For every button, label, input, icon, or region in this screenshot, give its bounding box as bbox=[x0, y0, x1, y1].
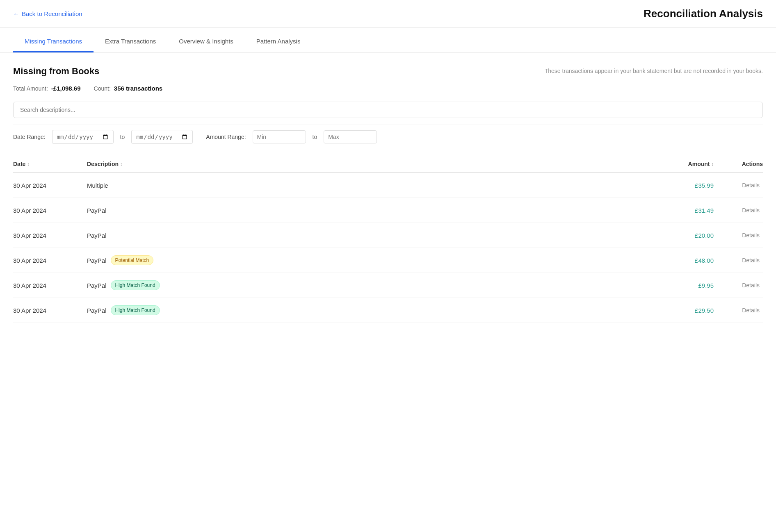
potential-match-badge: Potential Match bbox=[111, 255, 154, 265]
column-header-description[interactable]: Description ↕ bbox=[87, 161, 648, 167]
cell-amount: £48.00 bbox=[648, 257, 714, 264]
date-to-input[interactable] bbox=[131, 130, 193, 144]
cell-amount: £35.99 bbox=[648, 182, 714, 189]
date-range-label: Date Range: bbox=[13, 134, 46, 140]
high-match-badge: High Match Found bbox=[111, 280, 160, 290]
total-amount-label: Total Amount: bbox=[13, 85, 48, 92]
stats-row: Total Amount: -£1,098.69 Count: 356 tran… bbox=[13, 85, 763, 92]
filters-row: Date Range: to Amount Range: to bbox=[13, 125, 763, 149]
count-stat: Count: 356 transactions bbox=[94, 85, 163, 92]
tab-overview-insights[interactable]: Overview & Insights bbox=[167, 31, 245, 52]
amount-max-input[interactable] bbox=[324, 130, 377, 143]
cell-actions: Details bbox=[714, 180, 763, 190]
header: ← Back to Reconciliation Reconciliation … bbox=[0, 0, 776, 28]
cell-amount: £29.50 bbox=[648, 307, 714, 314]
table-row: 30 Apr 2024 PayPal High Match Found £9.9… bbox=[13, 273, 763, 298]
cell-actions: Details bbox=[714, 255, 763, 265]
table-row: 30 Apr 2024 PayPal £20.00 Details bbox=[13, 223, 763, 248]
cell-description: PayPal bbox=[87, 232, 648, 239]
date-sort-icon: ↕ bbox=[27, 161, 30, 166]
cell-actions: Details bbox=[714, 230, 763, 240]
cell-date: 30 Apr 2024 bbox=[13, 257, 87, 264]
cell-actions: Details bbox=[714, 280, 763, 290]
transactions-table: Date ↕ Description ↕ Amount ↕ Actions 30… bbox=[13, 156, 763, 323]
column-header-date[interactable]: Date ↕ bbox=[13, 161, 87, 167]
high-match-badge: High Match Found bbox=[111, 305, 160, 315]
details-button[interactable]: Details bbox=[739, 280, 763, 290]
section-description: These transactions appear in your bank s… bbox=[545, 66, 763, 74]
details-button[interactable]: Details bbox=[739, 305, 763, 315]
cell-actions: Details bbox=[714, 205, 763, 215]
details-button[interactable]: Details bbox=[739, 205, 763, 215]
section-title: Missing from Books bbox=[13, 66, 99, 77]
cell-date: 30 Apr 2024 bbox=[13, 282, 87, 289]
back-link[interactable]: ← Back to Reconciliation bbox=[13, 10, 82, 17]
column-header-actions: Actions bbox=[714, 161, 763, 167]
section-header: Missing from Books These transactions ap… bbox=[13, 66, 763, 77]
cell-description: PayPal bbox=[87, 207, 648, 214]
cell-date: 30 Apr 2024 bbox=[13, 182, 87, 189]
total-amount-value: -£1,098.69 bbox=[51, 85, 81, 92]
column-header-amount[interactable]: Amount ↕ bbox=[648, 161, 714, 167]
table-header: Date ↕ Description ↕ Amount ↕ Actions bbox=[13, 156, 763, 173]
cell-description: Multiple bbox=[87, 182, 648, 189]
cell-actions: Details bbox=[714, 305, 763, 315]
cell-amount: £9.95 bbox=[648, 282, 714, 289]
details-button[interactable]: Details bbox=[739, 230, 763, 240]
back-link-label: Back to Reconciliation bbox=[22, 10, 82, 17]
back-arrow-icon: ← bbox=[13, 10, 19, 17]
date-separator: to bbox=[120, 134, 125, 140]
amount-min-input[interactable] bbox=[253, 130, 306, 143]
search-container bbox=[13, 102, 763, 118]
cell-date: 30 Apr 2024 bbox=[13, 207, 87, 214]
tab-pattern-analysis[interactable]: Pattern Analysis bbox=[245, 31, 312, 52]
date-from-input[interactable] bbox=[52, 130, 114, 144]
details-button[interactable]: Details bbox=[739, 180, 763, 190]
tab-extra-transactions[interactable]: Extra Transactions bbox=[94, 31, 167, 52]
table-row: 30 Apr 2024 PayPal High Match Found £29.… bbox=[13, 298, 763, 323]
amount-range-label: Amount Range: bbox=[206, 134, 246, 140]
details-button[interactable]: Details bbox=[739, 255, 763, 265]
table-row: 30 Apr 2024 PayPal £31.49 Details bbox=[13, 198, 763, 223]
search-input[interactable] bbox=[13, 102, 763, 118]
description-sort-icon: ↕ bbox=[120, 161, 123, 166]
table-row: 30 Apr 2024 PayPal Potential Match £48.0… bbox=[13, 248, 763, 273]
table-row: 30 Apr 2024 Multiple £35.99 Details bbox=[13, 173, 763, 198]
count-label: Count: bbox=[94, 85, 111, 92]
total-amount-stat: Total Amount: -£1,098.69 bbox=[13, 85, 81, 92]
cell-amount: £20.00 bbox=[648, 232, 714, 239]
cell-amount: £31.49 bbox=[648, 207, 714, 214]
tabs-nav: Missing Transactions Extra Transactions … bbox=[0, 31, 776, 53]
page-title: Reconciliation Analysis bbox=[644, 7, 763, 20]
count-value: 356 transactions bbox=[114, 85, 162, 92]
main-content: Missing from Books These transactions ap… bbox=[0, 53, 776, 336]
cell-description: PayPal High Match Found bbox=[87, 280, 648, 290]
cell-description: PayPal Potential Match bbox=[87, 255, 648, 265]
cell-description: PayPal High Match Found bbox=[87, 305, 648, 315]
amount-separator: to bbox=[313, 134, 317, 140]
cell-date: 30 Apr 2024 bbox=[13, 232, 87, 239]
tab-missing-transactions[interactable]: Missing Transactions bbox=[13, 31, 94, 52]
cell-date: 30 Apr 2024 bbox=[13, 307, 87, 314]
